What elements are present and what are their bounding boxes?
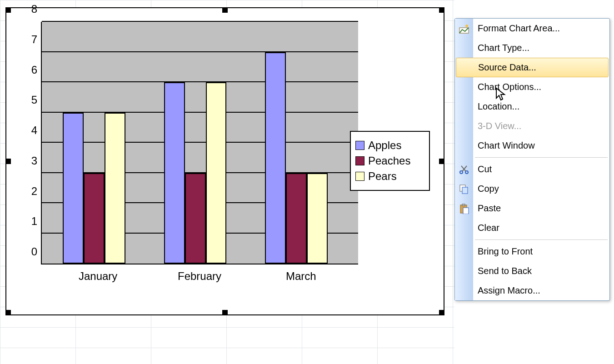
x-axis: January February March — [41, 267, 358, 287]
legend[interactable]: Apples Peaches Pears — [350, 131, 430, 191]
menu-item-label: Copy — [478, 184, 499, 194]
y-tick-label: 4 — [31, 124, 37, 137]
y-tick-label: 3 — [31, 155, 37, 167]
y-tick-label: 1 — [31, 215, 37, 228]
menu-item-label: Bring to Front — [478, 246, 533, 256]
format-chart-area-icon — [459, 23, 469, 34]
menu-item-location[interactable]: Location... — [455, 97, 609, 116]
menu-item-label: 3-D View... — [478, 121, 521, 131]
legend-label: Pears — [368, 170, 397, 183]
x-tick-label: January — [79, 270, 117, 283]
menu-item-label: Format Chart Area... — [478, 23, 560, 33]
menu-item-send-to-back[interactable]: Send to Back — [455, 261, 609, 281]
y-axis: 0 1 2 3 4 5 6 7 8 — [19, 22, 41, 264]
resize-handle-tm[interactable] — [222, 7, 228, 13]
legend-item[interactable]: Apples — [355, 139, 424, 152]
menu-item-format-chart-area[interactable]: Format Chart Area... — [455, 19, 609, 38]
legend-swatch-icon — [355, 156, 364, 165]
resize-handle-bm[interactable] — [222, 310, 228, 315]
category-group — [153, 22, 248, 264]
resize-handle-br[interactable] — [439, 310, 444, 315]
menu-item-bring-to-front[interactable]: Bring to Front — [455, 242, 609, 261]
legend-swatch-icon — [355, 141, 364, 150]
menu-item-clear[interactable]: Clear — [455, 218, 609, 238]
legend-swatch-icon — [355, 172, 364, 181]
menu-item-label: Chart Options... — [478, 82, 541, 92]
menu-item-label: Clear — [478, 223, 499, 233]
menu-item-3d-view: 3-D View... — [455, 116, 609, 136]
y-tick-label: 7 — [31, 33, 37, 46]
menu-item-cut[interactable]: Cut — [455, 160, 609, 179]
legend-label: Apples — [368, 139, 401, 152]
menu-item-assign-macro[interactable]: Assign Macro... — [455, 281, 609, 300]
y-tick-label: 6 — [31, 64, 37, 76]
svg-rect-7 — [462, 204, 465, 206]
bar-peaches[interactable] — [84, 173, 105, 264]
menu-item-label: Location... — [478, 101, 519, 111]
legend-item[interactable]: Pears — [355, 170, 424, 183]
menu-item-source-data[interactable]: Source Data... — [456, 58, 609, 77]
menu-separator — [475, 157, 608, 158]
menu-item-chart-window[interactable]: Chart Window — [455, 136, 609, 155]
menu-item-label: Paste — [478, 203, 501, 213]
menu-item-chart-options[interactable]: Chart Options... — [455, 77, 609, 97]
cut-icon — [459, 164, 469, 175]
bar-pears[interactable] — [105, 113, 125, 264]
y-tick-label: 8 — [31, 3, 37, 15]
resize-handle-bl[interactable] — [5, 310, 11, 315]
svg-point-1 — [465, 25, 468, 27]
bar-pears[interactable] — [307, 173, 328, 264]
x-tick-label: March — [286, 270, 316, 283]
bar-apples[interactable] — [164, 82, 185, 264]
bar-apples[interactable] — [265, 52, 286, 264]
menu-item-copy[interactable]: Copy — [455, 179, 609, 199]
menu-item-chart-type[interactable]: Chart Type... — [455, 38, 609, 58]
context-menu: Format Chart Area... Chart Type... Sourc… — [454, 18, 610, 301]
resize-handle-tl[interactable] — [5, 7, 11, 13]
category-group — [51, 22, 146, 264]
copy-icon — [459, 184, 469, 194]
bar-pears[interactable] — [206, 82, 227, 264]
menu-item-label: Assign Macro... — [478, 285, 540, 295]
menu-item-label: Chart Window — [478, 140, 535, 150]
bar-peaches[interactable] — [286, 173, 307, 264]
resize-handle-mr[interactable] — [439, 159, 444, 164]
menu-item-paste[interactable]: Paste — [455, 199, 609, 218]
resize-handle-tr[interactable] — [439, 7, 444, 13]
legend-item[interactable]: Peaches — [355, 155, 424, 167]
menu-item-label: Source Data... — [478, 62, 536, 72]
y-tick-label: 5 — [31, 94, 37, 106]
chart-area[interactable]: 0 1 2 3 4 5 6 7 8 — [5, 7, 444, 315]
category-group — [254, 22, 349, 264]
menu-item-label: Send to Back — [478, 266, 532, 276]
plot-area[interactable] — [41, 22, 358, 264]
menu-item-label: Chart Type... — [478, 43, 529, 53]
bar-peaches[interactable] — [185, 173, 206, 264]
menu-item-label: Cut — [478, 164, 492, 174]
x-tick-label: February — [178, 270, 221, 283]
svg-rect-8 — [463, 208, 469, 214]
paste-icon — [459, 203, 469, 214]
bar-apples[interactable] — [63, 113, 84, 264]
legend-label: Peaches — [368, 155, 410, 167]
y-tick-label: 2 — [31, 185, 37, 198]
menu-separator — [475, 239, 608, 240]
resize-handle-ml[interactable] — [5, 159, 11, 164]
svg-rect-5 — [462, 187, 468, 194]
y-tick-label: 0 — [31, 245, 37, 258]
